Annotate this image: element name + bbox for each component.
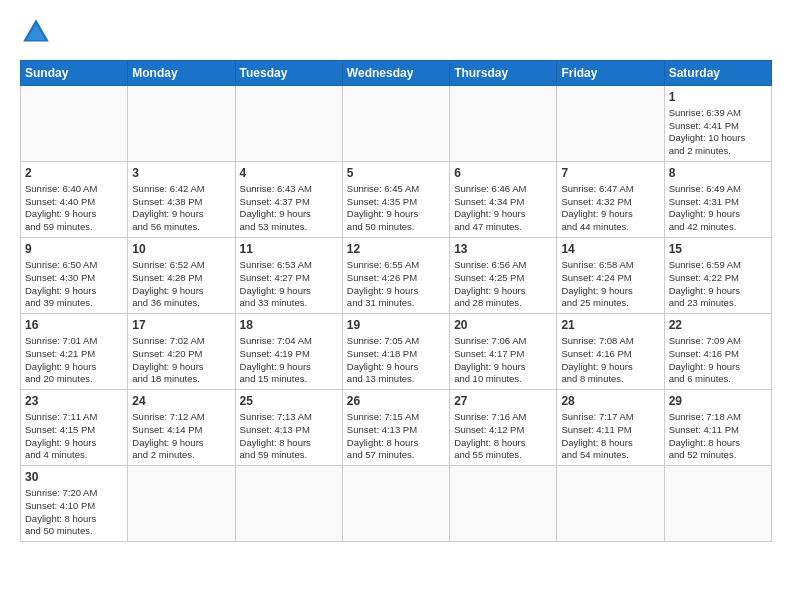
day-info: Sunrise: 7:02 AM Sunset: 4:20 PM Dayligh… xyxy=(132,335,230,386)
day-info: Sunrise: 7:04 AM Sunset: 4:19 PM Dayligh… xyxy=(240,335,338,386)
day-cell xyxy=(664,466,771,542)
day-info: Sunrise: 7:13 AM Sunset: 4:13 PM Dayligh… xyxy=(240,411,338,462)
day-cell: 17Sunrise: 7:02 AM Sunset: 4:20 PM Dayli… xyxy=(128,314,235,390)
day-info: Sunrise: 7:20 AM Sunset: 4:10 PM Dayligh… xyxy=(25,487,123,538)
day-cell: 6Sunrise: 6:46 AM Sunset: 4:34 PM Daylig… xyxy=(450,162,557,238)
day-info: Sunrise: 7:17 AM Sunset: 4:11 PM Dayligh… xyxy=(561,411,659,462)
week-row-5: 23Sunrise: 7:11 AM Sunset: 4:15 PM Dayli… xyxy=(21,390,772,466)
day-cell: 28Sunrise: 7:17 AM Sunset: 4:11 PM Dayli… xyxy=(557,390,664,466)
weekday-saturday: Saturday xyxy=(664,61,771,86)
week-row-2: 2Sunrise: 6:40 AM Sunset: 4:40 PM Daylig… xyxy=(21,162,772,238)
logo xyxy=(20,16,58,48)
day-cell: 29Sunrise: 7:18 AM Sunset: 4:11 PM Dayli… xyxy=(664,390,771,466)
day-info: Sunrise: 7:05 AM Sunset: 4:18 PM Dayligh… xyxy=(347,335,445,386)
day-info: Sunrise: 6:39 AM Sunset: 4:41 PM Dayligh… xyxy=(669,107,767,158)
day-number: 13 xyxy=(454,241,552,258)
day-info: Sunrise: 6:45 AM Sunset: 4:35 PM Dayligh… xyxy=(347,183,445,234)
day-info: Sunrise: 6:49 AM Sunset: 4:31 PM Dayligh… xyxy=(669,183,767,234)
day-info: Sunrise: 7:11 AM Sunset: 4:15 PM Dayligh… xyxy=(25,411,123,462)
day-number: 1 xyxy=(669,89,767,106)
day-number: 21 xyxy=(561,317,659,334)
day-info: Sunrise: 6:47 AM Sunset: 4:32 PM Dayligh… xyxy=(561,183,659,234)
day-info: Sunrise: 6:50 AM Sunset: 4:30 PM Dayligh… xyxy=(25,259,123,310)
day-cell: 1Sunrise: 6:39 AM Sunset: 4:41 PM Daylig… xyxy=(664,86,771,162)
day-number: 8 xyxy=(669,165,767,182)
day-number: 6 xyxy=(454,165,552,182)
day-number: 10 xyxy=(132,241,230,258)
day-cell xyxy=(450,466,557,542)
day-number: 11 xyxy=(240,241,338,258)
day-info: Sunrise: 7:06 AM Sunset: 4:17 PM Dayligh… xyxy=(454,335,552,386)
day-cell xyxy=(235,466,342,542)
day-cell: 11Sunrise: 6:53 AM Sunset: 4:27 PM Dayli… xyxy=(235,238,342,314)
weekday-thursday: Thursday xyxy=(450,61,557,86)
day-cell: 14Sunrise: 6:58 AM Sunset: 4:24 PM Dayli… xyxy=(557,238,664,314)
day-info: Sunrise: 7:01 AM Sunset: 4:21 PM Dayligh… xyxy=(25,335,123,386)
day-cell: 4Sunrise: 6:43 AM Sunset: 4:37 PM Daylig… xyxy=(235,162,342,238)
day-info: Sunrise: 6:52 AM Sunset: 4:28 PM Dayligh… xyxy=(132,259,230,310)
day-info: Sunrise: 6:58 AM Sunset: 4:24 PM Dayligh… xyxy=(561,259,659,310)
day-number: 28 xyxy=(561,393,659,410)
day-cell xyxy=(342,466,449,542)
day-number: 4 xyxy=(240,165,338,182)
day-cell: 30Sunrise: 7:20 AM Sunset: 4:10 PM Dayli… xyxy=(21,466,128,542)
weekday-wednesday: Wednesday xyxy=(342,61,449,86)
day-cell xyxy=(450,86,557,162)
day-info: Sunrise: 7:08 AM Sunset: 4:16 PM Dayligh… xyxy=(561,335,659,386)
day-cell: 20Sunrise: 7:06 AM Sunset: 4:17 PM Dayli… xyxy=(450,314,557,390)
day-cell xyxy=(342,86,449,162)
day-info: Sunrise: 6:42 AM Sunset: 4:38 PM Dayligh… xyxy=(132,183,230,234)
day-cell xyxy=(557,86,664,162)
day-cell: 10Sunrise: 6:52 AM Sunset: 4:28 PM Dayli… xyxy=(128,238,235,314)
day-cell: 13Sunrise: 6:56 AM Sunset: 4:25 PM Dayli… xyxy=(450,238,557,314)
day-cell: 15Sunrise: 6:59 AM Sunset: 4:22 PM Dayli… xyxy=(664,238,771,314)
day-info: Sunrise: 7:18 AM Sunset: 4:11 PM Dayligh… xyxy=(669,411,767,462)
day-number: 7 xyxy=(561,165,659,182)
day-info: Sunrise: 7:16 AM Sunset: 4:12 PM Dayligh… xyxy=(454,411,552,462)
day-number: 14 xyxy=(561,241,659,258)
weekday-monday: Monday xyxy=(128,61,235,86)
day-info: Sunrise: 7:12 AM Sunset: 4:14 PM Dayligh… xyxy=(132,411,230,462)
day-cell: 22Sunrise: 7:09 AM Sunset: 4:16 PM Dayli… xyxy=(664,314,771,390)
day-number: 23 xyxy=(25,393,123,410)
day-number: 9 xyxy=(25,241,123,258)
day-info: Sunrise: 6:46 AM Sunset: 4:34 PM Dayligh… xyxy=(454,183,552,234)
header xyxy=(20,16,772,48)
day-number: 29 xyxy=(669,393,767,410)
day-cell: 3Sunrise: 6:42 AM Sunset: 4:38 PM Daylig… xyxy=(128,162,235,238)
day-cell: 8Sunrise: 6:49 AM Sunset: 4:31 PM Daylig… xyxy=(664,162,771,238)
day-cell: 24Sunrise: 7:12 AM Sunset: 4:14 PM Dayli… xyxy=(128,390,235,466)
day-cell: 7Sunrise: 6:47 AM Sunset: 4:32 PM Daylig… xyxy=(557,162,664,238)
day-cell xyxy=(235,86,342,162)
day-cell: 12Sunrise: 6:55 AM Sunset: 4:26 PM Dayli… xyxy=(342,238,449,314)
day-number: 19 xyxy=(347,317,445,334)
page: SundayMondayTuesdayWednesdayThursdayFrid… xyxy=(0,0,792,612)
day-number: 2 xyxy=(25,165,123,182)
weekday-header-row: SundayMondayTuesdayWednesdayThursdayFrid… xyxy=(21,61,772,86)
day-number: 20 xyxy=(454,317,552,334)
day-cell xyxy=(557,466,664,542)
weekday-tuesday: Tuesday xyxy=(235,61,342,86)
week-row-6: 30Sunrise: 7:20 AM Sunset: 4:10 PM Dayli… xyxy=(21,466,772,542)
day-number: 30 xyxy=(25,469,123,486)
weekday-sunday: Sunday xyxy=(21,61,128,86)
day-cell: 21Sunrise: 7:08 AM Sunset: 4:16 PM Dayli… xyxy=(557,314,664,390)
day-info: Sunrise: 6:59 AM Sunset: 4:22 PM Dayligh… xyxy=(669,259,767,310)
day-number: 22 xyxy=(669,317,767,334)
day-cell xyxy=(128,466,235,542)
day-cell: 18Sunrise: 7:04 AM Sunset: 4:19 PM Dayli… xyxy=(235,314,342,390)
day-cell: 27Sunrise: 7:16 AM Sunset: 4:12 PM Dayli… xyxy=(450,390,557,466)
logo-icon xyxy=(20,16,52,48)
day-number: 25 xyxy=(240,393,338,410)
day-info: Sunrise: 6:43 AM Sunset: 4:37 PM Dayligh… xyxy=(240,183,338,234)
day-number: 26 xyxy=(347,393,445,410)
day-number: 18 xyxy=(240,317,338,334)
day-number: 17 xyxy=(132,317,230,334)
day-info: Sunrise: 7:15 AM Sunset: 4:13 PM Dayligh… xyxy=(347,411,445,462)
day-number: 3 xyxy=(132,165,230,182)
day-cell: 23Sunrise: 7:11 AM Sunset: 4:15 PM Dayli… xyxy=(21,390,128,466)
calendar-table: SundayMondayTuesdayWednesdayThursdayFrid… xyxy=(20,60,772,542)
day-cell: 25Sunrise: 7:13 AM Sunset: 4:13 PM Dayli… xyxy=(235,390,342,466)
day-info: Sunrise: 7:09 AM Sunset: 4:16 PM Dayligh… xyxy=(669,335,767,386)
day-number: 24 xyxy=(132,393,230,410)
